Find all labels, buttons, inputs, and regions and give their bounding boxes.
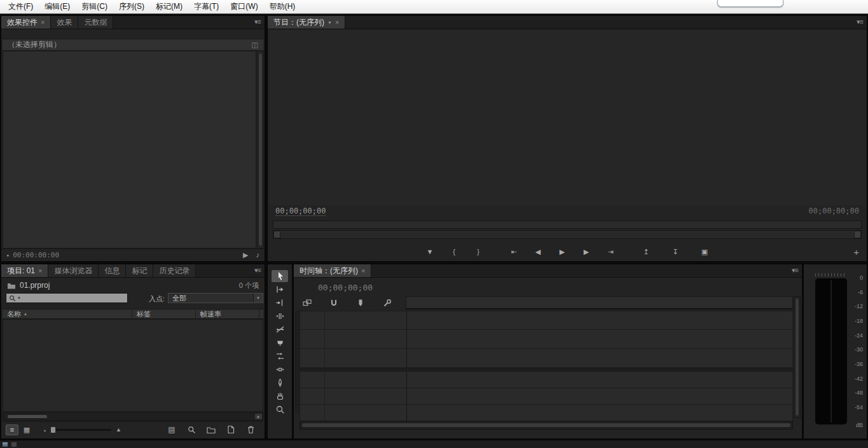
column-header-label[interactable]: 标签 [132,309,196,318]
menu-title[interactable]: 字幕(T) [188,0,224,14]
effect-controls-scrollbar[interactable] [257,51,264,248]
track-select-tool[interactable] [272,283,288,295]
hand-tool[interactable] [272,390,288,402]
lift-button[interactable]: ↥ [639,246,653,257]
step-back-button[interactable]: ◀ [531,246,545,257]
scrollbar-thumb[interactable] [301,423,791,428]
tab-media-browser[interactable]: 媒体浏览器 [48,264,99,277]
menu-edit[interactable]: 编辑(E) [39,0,76,14]
timeline-timecode[interactable]: 00;00;00;00 [318,283,373,292]
close-icon[interactable]: × [335,18,339,26]
scroll-right-arrow-icon[interactable]: ▸ [254,413,263,420]
timeline-horizontal-scrollbar[interactable] [300,421,793,430]
close-icon[interactable]: × [361,267,365,275]
scrollbar-thumb[interactable] [258,53,263,247]
slip-tool[interactable] [272,350,288,362]
tab-history[interactable]: 历史记录 [153,264,196,277]
tab-program[interactable]: 节目：(无序列) ▼ × [268,16,345,29]
tab-timeline[interactable]: 时间轴：(无序列) × [294,264,371,277]
extract-button[interactable]: ↧ [668,246,682,257]
in-point-dropdown[interactable]: 全部 ▼ [168,293,263,303]
menu-clip[interactable]: 剪辑(C) [76,0,113,14]
pen-tool[interactable] [272,377,288,389]
panel-menu-icon[interactable]: ▾≡ [254,266,261,275]
panel-menu-icon[interactable]: ▾≡ [792,266,798,275]
audio-track-3[interactable] [300,405,793,421]
audio-units-icon[interactable]: ♪ [256,251,260,259]
play-audio-icon[interactable]: ▶ [243,251,248,259]
chevron-down-icon[interactable]: ▼ [327,20,332,25]
menu-window[interactable]: 窗口(W) [224,0,263,14]
menu-file[interactable]: 文件(F) [3,0,39,14]
video-track-3[interactable] [300,311,793,330]
find-button[interactable] [186,424,197,435]
chevron-down-icon[interactable]: ▼ [253,294,263,302]
zoombar-right-handle[interactable] [854,231,861,238]
go-to-out-button[interactable]: ⇥ [603,246,617,257]
chevron-down-icon[interactable]: ▼ [17,296,21,300]
settings-wrench-icon[interactable] [382,298,393,308]
program-zoom-scrollbar[interactable] [273,230,862,239]
search-input[interactable]: ▼ [6,293,128,303]
ripple-edit-tool[interactable] [272,297,288,309]
timeline-view-toggle-icon[interactable]: ◫ [252,41,258,49]
scrollbar-thumb[interactable] [795,298,799,416]
add-marker-button[interactable]: ▼ [423,246,437,257]
go-to-in-button[interactable]: ⇤ [507,246,521,257]
zoom-out-icon[interactable]: ▴ [44,428,46,432]
rate-stretch-tool[interactable] [272,323,288,336]
tab-metadata[interactable]: 元数据 [78,16,113,29]
export-frame-button[interactable]: ▣ [698,246,712,257]
new-bin-button[interactable] [205,424,217,435]
zoombar-left-handle[interactable] [273,231,280,238]
window-controls-fragment[interactable] [717,0,783,7]
timeline-vertical-scrollbar[interactable] [794,296,801,418]
panel-menu-icon[interactable]: ▾≡ [857,18,863,26]
audio-track-1[interactable] [300,372,793,388]
menu-help[interactable]: 帮助(H) [264,0,301,14]
tab-effect-controls[interactable]: 效果控件 × [1,16,51,29]
step-forward-button[interactable]: ▶ [579,246,593,257]
scrollbar-thumb[interactable] [7,414,48,419]
slide-tool[interactable] [272,363,288,376]
column-header-name[interactable]: 名称 ▲ [3,309,132,318]
play-button[interactable]: ▶ [555,246,569,257]
button-editor-plus-button[interactable]: + [853,245,859,259]
list-view-button[interactable]: ≡ [6,424,18,435]
selection-tool[interactable] [272,270,288,282]
tab-info[interactable]: 信息 [99,264,126,277]
add-marker-icon[interactable] [355,298,366,308]
audio-track-2[interactable] [300,388,793,405]
zoom-slider[interactable] [50,429,111,431]
tab-project[interactable]: 项目: 01 × [1,264,48,277]
zoom-in-icon[interactable]: ▲ [116,426,121,433]
rolling-edit-tool[interactable] [272,310,288,322]
menu-sequence[interactable]: 序列(S) [113,0,150,14]
program-current-timecode[interactable]: 00;00;00;00 [275,207,326,216]
column-header-framerate[interactable]: 帧速率 [196,309,259,318]
tab-markers[interactable]: 标记 [126,264,153,277]
automate-to-sequence-button[interactable]: ▤ [166,424,177,435]
insert-nest-icon[interactable] [301,298,313,308]
snap-icon[interactable] [328,298,340,308]
audio-level-meters[interactable] [815,278,847,424]
video-track-2[interactable] [300,330,793,349]
razor-tool[interactable] [272,337,288,349]
effect-controls-timecode[interactable]: 00:00:00:00 [13,251,59,259]
new-item-button[interactable] [225,424,237,435]
zoom-slider-handle[interactable] [50,426,56,433]
tab-effects[interactable]: 效果 [51,16,78,29]
video-track-1[interactable] [300,349,793,368]
close-icon[interactable]: × [41,18,45,26]
close-icon[interactable]: × [38,267,42,275]
zoom-tool[interactable] [272,404,288,416]
mark-out-button[interactable]: } [471,246,485,257]
status-icon-2[interactable] [11,442,17,447]
icon-view-button[interactable]: ▦ [20,424,33,435]
program-time-ruler[interactable] [273,221,862,229]
project-file-name[interactable]: 01.prproj [20,281,50,290]
status-icon-1[interactable] [2,442,8,447]
project-horizontal-scrollbar[interactable]: ▸ [3,412,263,421]
delete-button[interactable] [245,424,256,435]
project-item-list[interactable] [3,319,263,412]
